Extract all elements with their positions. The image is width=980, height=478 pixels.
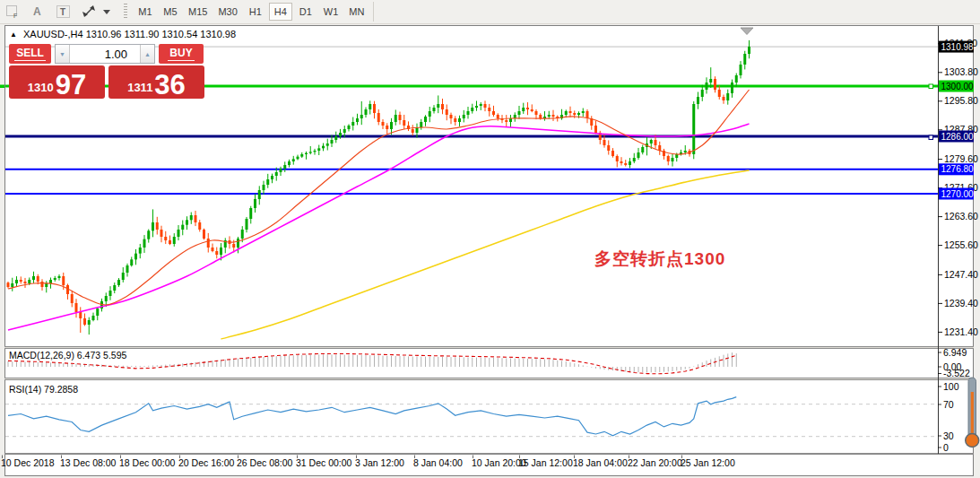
timeframe-button-H4[interactable]: H4 xyxy=(269,3,292,21)
sell-button-label: SELL xyxy=(14,47,46,61)
trade-prices-row: 1310 97 1311 36 xyxy=(9,65,204,99)
svg-text:T: T xyxy=(60,7,65,17)
timeframe-button-M1[interactable]: M1 xyxy=(134,3,157,21)
timeframe-button-M5[interactable]: M5 xyxy=(159,3,182,21)
svg-text:A: A xyxy=(33,5,41,18)
bid-price-panel[interactable]: 1310 97 xyxy=(9,65,105,99)
label-tool-button[interactable]: A xyxy=(27,2,48,22)
rsi-indicator-label: RSI(14) 79.2858 xyxy=(9,384,78,395)
timeframe-button-MN[interactable]: MN xyxy=(344,3,369,21)
toolbar: F A T M1M5M15M30H1H4D1W1MN xyxy=(0,0,980,24)
symbol-marker-icon: ▲ xyxy=(10,30,17,39)
ask-price-big: 36 xyxy=(154,74,185,97)
timeframe-button-D1[interactable]: D1 xyxy=(294,3,317,21)
ask-price-small: 1311 xyxy=(127,82,152,93)
letter-a-icon: A xyxy=(30,4,46,20)
toolbar-separator xyxy=(373,2,374,22)
volume-increase-button[interactable]: ▲ xyxy=(140,45,154,63)
grid-f-icon: F xyxy=(4,4,21,20)
timeframe-toolbar: M1M5M15M30H1H4D1W1MN xyxy=(133,3,369,21)
template-grid-button[interactable]: F xyxy=(2,2,23,22)
volume-control: ▼ 1.00 ▲ xyxy=(55,44,155,64)
bid-price-small: 1310 xyxy=(28,82,54,93)
timeframe-button-H1[interactable]: H1 xyxy=(244,3,267,21)
dropdown-caret-icon xyxy=(103,10,110,14)
ask-price-panel[interactable]: 1311 36 xyxy=(108,65,204,99)
one-click-trading-panel: SELL ▼ 1.00 ▲ BUY 1310 97 1311 36 xyxy=(9,44,204,99)
sell-button[interactable]: SELL xyxy=(9,44,51,64)
text-tool-button[interactable]: T xyxy=(52,2,75,22)
arrow-style-icon xyxy=(82,4,112,20)
svg-text:F: F xyxy=(13,13,17,19)
timeframe-button-M15[interactable]: M15 xyxy=(184,3,212,21)
timeframe-button-M30[interactable]: M30 xyxy=(213,3,241,21)
volume-decrease-button[interactable]: ▼ xyxy=(56,45,70,63)
arrow-objects-button[interactable] xyxy=(79,2,115,22)
bid-price-big: 97 xyxy=(56,74,86,97)
chart-title: ▲ XAUUSD-,H4 1310.96 1311.90 1310.54 131… xyxy=(10,29,236,39)
buy-button[interactable]: BUY xyxy=(159,44,204,64)
buy-button-label: BUY xyxy=(168,47,194,61)
volume-input[interactable]: 1.00 xyxy=(70,45,140,63)
toolbar-drag-handle[interactable] xyxy=(124,4,127,20)
mt4-application: { "toolbar": { "timeframes": ["M1","M5",… xyxy=(0,0,980,478)
text-box-icon: T xyxy=(55,4,73,20)
chart-title-text: XAUUSD-,H4 1310.96 1311.90 1310.54 1310.… xyxy=(23,29,236,39)
trade-controls-row: SELL ▼ 1.00 ▲ BUY xyxy=(9,44,204,64)
timeframe-button-W1[interactable]: W1 xyxy=(319,3,343,21)
chart-annotation-text: 多空转折点1300 xyxy=(594,248,725,271)
macd-indicator-label: MACD(12,26,9) 6.473 5.595 xyxy=(9,350,126,361)
